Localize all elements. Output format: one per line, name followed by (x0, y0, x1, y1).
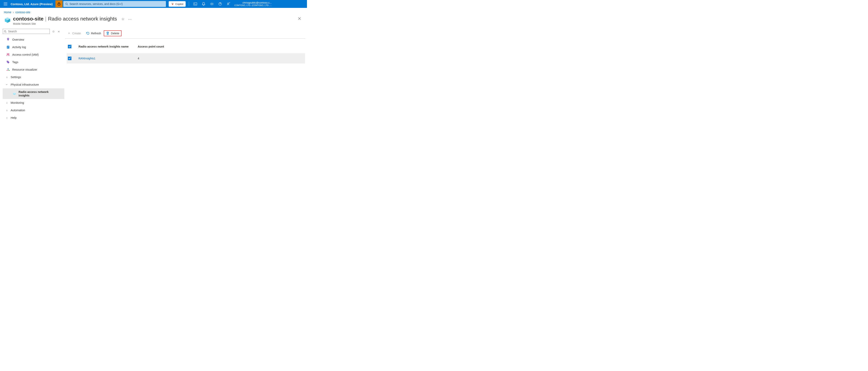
resource-type-icon (4, 17, 11, 24)
svg-point-3 (212, 3, 213, 4)
table-header-row: Radio access network insights name Acces… (67, 42, 305, 51)
svg-point-0 (58, 3, 60, 5)
svg-point-17 (7, 61, 7, 62)
svg-point-9 (4, 30, 6, 32)
create-button: ＋ Create (65, 30, 83, 36)
preview-bug-icon[interactable] (56, 0, 63, 7)
page-header: contoso-site | Radio access network insi… (0, 15, 307, 27)
trash-icon (106, 32, 109, 35)
settings-gear-icon[interactable] (208, 0, 216, 8)
svg-rect-14 (7, 48, 8, 48)
sidebar-search-input[interactable] (3, 29, 50, 34)
chevron-right-icon: › (5, 101, 8, 104)
column-header-name[interactable]: Radio access network insights name (79, 45, 138, 48)
feedback-icon[interactable] (224, 0, 232, 8)
favorite-star-icon[interactable]: ☆ (121, 17, 124, 21)
insight-name-link[interactable]: RANInsights1 (79, 57, 138, 60)
copilot-button[interactable]: Copilot (169, 1, 186, 7)
notifications-icon[interactable] (199, 0, 208, 8)
table-row[interactable]: RANInsights1 4 (67, 53, 305, 63)
divider (189, 2, 189, 6)
delete-button[interactable]: Delete (104, 30, 122, 36)
sidebar-item-help[interactable]: › Help (3, 114, 64, 122)
chevron-right-icon: › (5, 75, 8, 79)
page-title: contoso-site | Radio access network insi… (13, 16, 117, 22)
sidebar-item-activity-log[interactable]: Activity log (3, 43, 64, 51)
sidebar-item-access-control[interactable]: Access control (IAM) (3, 51, 64, 58)
search-icon (4, 30, 6, 33)
sidebar-item-automation[interactable]: › Automation (3, 106, 64, 114)
account-email: chrisqpublic@contoso.c... (243, 1, 272, 4)
pin-icon (6, 38, 10, 41)
sidebar-item-settings[interactable]: › Settings (3, 73, 64, 81)
svg-point-1 (65, 3, 67, 4)
sidebar-item-tags[interactable]: Tags (3, 58, 64, 66)
account-directory: CONTOSO, LTD. (CONTOSO, LTD..... (235, 4, 272, 6)
svg-point-18 (8, 68, 8, 69)
cloud-shell-icon[interactable] (191, 0, 199, 8)
chevron-right-icon: › (13, 11, 14, 14)
content-pane: ＋ Create Refresh Delete Radi (64, 29, 307, 122)
account-info[interactable]: chrisqpublic@contoso.c... CONTOSO, LTD. … (232, 1, 274, 7)
svg-point-15 (7, 54, 8, 55)
refresh-button[interactable]: Refresh (84, 30, 103, 36)
tag-icon (6, 61, 10, 64)
portal-title[interactable]: Contoso, Ltd. Azure (Preview) (9, 2, 56, 6)
chevron-right-icon: › (5, 109, 8, 112)
insights-table: Radio access network insights name Acces… (67, 42, 305, 63)
row-checkbox[interactable] (68, 57, 71, 60)
global-search-input[interactable] (69, 2, 164, 5)
select-all-checkbox[interactable] (68, 45, 71, 48)
plus-icon: ＋ (67, 31, 71, 35)
people-icon (6, 53, 10, 56)
sidebar-item-ran-insights[interactable]: Radio access network insights (3, 88, 64, 99)
svg-point-10 (8, 38, 8, 39)
svg-point-5 (228, 3, 229, 4)
svg-rect-2 (194, 3, 197, 5)
column-header-count[interactable]: Access point count (138, 45, 305, 48)
sort-icon[interactable]: ◇ (51, 30, 56, 33)
close-blade-icon[interactable] (296, 16, 303, 21)
command-bar: ＋ Create Refresh Delete (65, 29, 305, 39)
hamburger-menu-icon[interactable] (2, 3, 9, 5)
breadcrumb-current[interactable]: contoso-site (16, 11, 30, 14)
svg-point-16 (8, 54, 9, 55)
log-icon (6, 45, 10, 49)
sidebar-item-physical-infrastructure[interactable]: › Physical infrastructure (3, 81, 64, 88)
help-icon[interactable] (216, 0, 224, 8)
breadcrumb: Home › contoso-site (0, 8, 307, 15)
sidebar-item-resource-visualizer[interactable]: Resource visualizer (3, 66, 64, 73)
sidebar-item-monitoring[interactable]: › Monitoring (3, 99, 64, 106)
collapse-sidebar-icon[interactable]: « (58, 30, 60, 33)
global-search[interactable] (63, 1, 166, 7)
refresh-icon (86, 32, 90, 35)
chevron-right-icon: › (5, 116, 8, 119)
access-point-count: 4 (138, 57, 305, 60)
top-bar: Contoso, Ltd. Azure (Preview) Copilot ch… (0, 0, 307, 8)
resource-sidebar: ◇ « Overview Activity log Access control… (0, 29, 64, 122)
breadcrumb-home[interactable]: Home (4, 11, 11, 14)
network-icon (6, 68, 10, 71)
more-actions-icon[interactable]: ⋯ (128, 17, 131, 21)
chevron-down-icon: › (5, 83, 8, 86)
cube-icon (12, 92, 16, 95)
sidebar-item-overview[interactable]: Overview (3, 36, 64, 43)
resource-type-label: Mobile Network Site (13, 22, 117, 25)
svg-rect-13 (7, 47, 9, 47)
